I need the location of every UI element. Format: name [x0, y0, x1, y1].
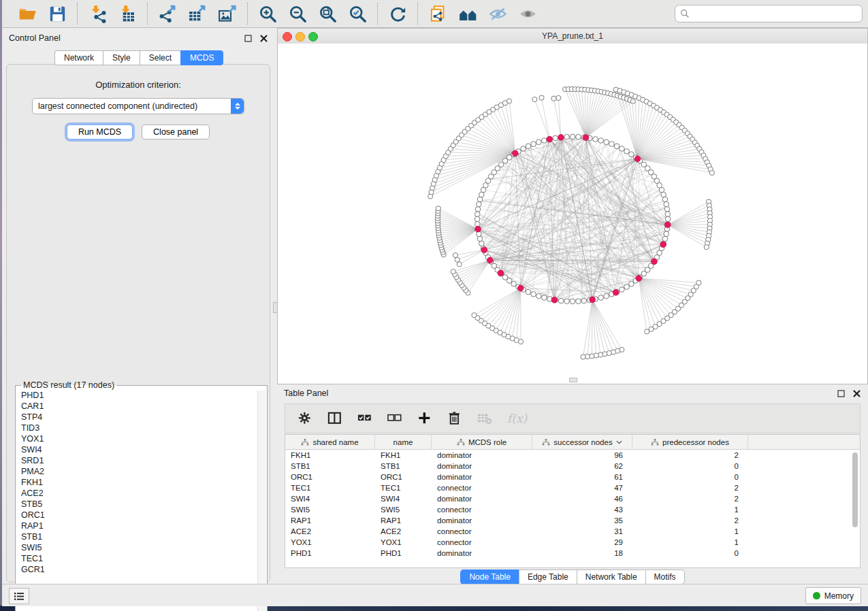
- export-table-button[interactable]: [187, 3, 208, 24]
- table-row[interactable]: RAP1RAP1dominator352: [285, 515, 860, 526]
- mcds-result-item[interactable]: ORC1: [16, 510, 267, 521]
- mcds-result-item[interactable]: TEC1: [16, 553, 267, 564]
- table-cell: 2: [632, 495, 748, 503]
- table-options-button[interactable]: [298, 411, 312, 426]
- refresh-view-icon: [389, 5, 407, 23]
- tab-network-table[interactable]: Network Table: [577, 569, 645, 584]
- show-columns-button[interactable]: [327, 411, 342, 426]
- delete-column-button[interactable]: [447, 411, 462, 426]
- tab-style[interactable]: Style: [103, 50, 140, 65]
- table-row[interactable]: SWI4SWI4dominator462: [285, 493, 860, 504]
- table-row[interactable]: ACE2ACE2connector311: [285, 526, 860, 537]
- table-scrollbar[interactable]: [852, 451, 858, 565]
- window-minimize-icon[interactable]: [295, 32, 305, 42]
- table-row[interactable]: YOX1YOX1connector291: [285, 537, 860, 548]
- mcds-result-item[interactable]: STB1: [16, 531, 267, 542]
- memory-label: Memory: [824, 591, 854, 601]
- window-close-icon[interactable]: [283, 32, 292, 42]
- table-cell: SWI4: [375, 495, 432, 503]
- table-row[interactable]: SWI5SWI5connector431: [285, 504, 860, 515]
- deselect-all-button[interactable]: [387, 411, 402, 426]
- tab-select[interactable]: Select: [140, 50, 180, 65]
- horizontal-splitter-grip[interactable]: [569, 378, 577, 382]
- first-neighbors-button[interactable]: [457, 3, 478, 24]
- zoom-selected-button[interactable]: [347, 3, 368, 24]
- tab-edge-table[interactable]: Edge Table: [519, 569, 577, 584]
- mcds-result-item[interactable]: FKH1: [16, 477, 267, 488]
- column-header-MCDS-role[interactable]: MCDS role: [432, 435, 532, 449]
- show-all-button[interactable]: [517, 3, 538, 24]
- close-panel-icon[interactable]: [259, 34, 268, 43]
- column-header-shared-name[interactable]: shared name: [285, 435, 375, 449]
- refresh-view-button[interactable]: [387, 3, 408, 24]
- network-graph[interactable]: [278, 44, 867, 384]
- run-mcds-button[interactable]: Run MCDS: [67, 125, 133, 139]
- column-header-predecessor-nodes[interactable]: predecessor nodes: [632, 435, 748, 449]
- import-table-button[interactable]: [117, 3, 138, 24]
- table-cell: 43: [532, 506, 632, 514]
- node-table-header[interactable]: shared namenameMCDS rolesuccessor nodesp…: [285, 435, 860, 450]
- search-text-field[interactable]: [690, 8, 857, 19]
- save-session-button[interactable]: [47, 3, 67, 24]
- import-network-button[interactable]: [87, 3, 108, 24]
- table-scrollbar-thumb[interactable]: [852, 452, 858, 527]
- zoom-fit-button[interactable]: [317, 3, 338, 24]
- export-network-button[interactable]: [157, 3, 178, 24]
- zoom-out-button[interactable]: [287, 3, 308, 24]
- table-row[interactable]: STB1STB1dominator620: [285, 461, 860, 472]
- column-header-successor-nodes[interactable]: successor nodes: [532, 435, 632, 449]
- memory-button[interactable]: Memory: [805, 587, 861, 604]
- task-history-button[interactable]: [9, 588, 29, 604]
- table-row[interactable]: FKH1FKH1dominator962: [285, 450, 860, 461]
- table-cell: 47: [532, 484, 632, 492]
- mcds-result-item[interactable]: ACE2: [16, 488, 267, 499]
- table-row[interactable]: ORC1ORC1dominator610: [285, 472, 860, 482]
- hide-selected-icon: [489, 5, 507, 23]
- table-panel-title: Table Panel: [284, 389, 328, 398]
- open-file-button[interactable]: [17, 3, 37, 24]
- mcds-result-item[interactable]: SWI4: [16, 444, 267, 455]
- clone-network-button[interactable]: [428, 3, 448, 24]
- window-zoom-icon[interactable]: [308, 32, 318, 42]
- mcds-result-item[interactable]: GCR1: [16, 564, 267, 575]
- mcds-result-item[interactable]: YOX1: [16, 433, 267, 444]
- float-table-panel-icon[interactable]: [837, 389, 846, 398]
- table-cell: FKH1: [285, 451, 375, 459]
- mcds-result-item[interactable]: PHD1: [16, 390, 267, 401]
- zoom-out-icon: [289, 5, 307, 23]
- mcds-result-item[interactable]: TID3: [16, 423, 267, 433]
- control-panel-title: Control Panel: [9, 33, 61, 43]
- tab-mcds[interactable]: MCDS: [180, 50, 223, 65]
- mcds-result-list[interactable]: PHD1CAR1STP4TID3YOX1SWI4SRD1PMA2FKH1ACE2…: [16, 390, 267, 611]
- search-icon: [680, 9, 690, 18]
- column-header-name[interactable]: name: [375, 435, 432, 449]
- table-row[interactable]: TEC1TEC1connector472: [285, 482, 860, 493]
- hide-selected-button[interactable]: [487, 3, 508, 24]
- mcds-result-item[interactable]: PMA2: [16, 466, 267, 477]
- tab-node-table[interactable]: Node Table: [460, 569, 519, 584]
- mcds-result-item[interactable]: SWI5: [16, 542, 267, 553]
- mcds-result-item[interactable]: RAP1: [16, 521, 267, 531]
- network-window-titlebar[interactable]: YPA_prune.txt_1: [278, 29, 867, 44]
- node-table[interactable]: shared namenameMCDS rolesuccessor nodesp…: [285, 434, 861, 568]
- mcds-result-item[interactable]: CAR1: [16, 401, 267, 412]
- new-column-button[interactable]: [417, 411, 432, 426]
- table-row[interactable]: PHD1PHD1dominator180: [285, 548, 860, 559]
- float-panel-icon[interactable]: [244, 34, 253, 43]
- tab-network[interactable]: Network: [54, 50, 103, 65]
- close-panel-button[interactable]: Close panel: [142, 125, 210, 139]
- zoom-in-button[interactable]: [257, 3, 278, 24]
- export-image-button[interactable]: [217, 3, 238, 24]
- mcds-result-item[interactable]: SRD1: [16, 455, 267, 466]
- table-cell: 2: [632, 451, 748, 459]
- search-input[interactable]: [675, 5, 863, 22]
- mcds-result-item[interactable]: STP4: [16, 412, 267, 423]
- mcds-list-scrollbar[interactable]: [257, 391, 266, 611]
- select-all-button[interactable]: [357, 411, 372, 426]
- criterion-dropdown[interactable]: largest connected component (undirected): [32, 98, 244, 114]
- close-table-panel-icon[interactable]: [852, 389, 861, 398]
- new-column-icon: [417, 411, 432, 426]
- mcds-result-item[interactable]: STB5: [16, 499, 267, 510]
- network-canvas[interactable]: [278, 44, 867, 384]
- tab-motifs[interactable]: Motifs: [645, 569, 685, 584]
